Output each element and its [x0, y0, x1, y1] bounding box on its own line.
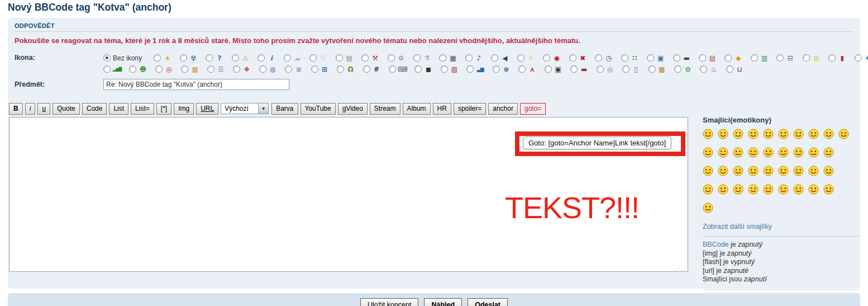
- radio-button[interactable]: [233, 65, 240, 73]
- radio-button[interactable]: [673, 54, 680, 62]
- radio-button[interactable]: [181, 65, 188, 73]
- bbcode-button[interactable]: Stream: [370, 103, 400, 115]
- submit-button[interactable]: Uložit koncept: [360, 298, 419, 306]
- topic-icon-option[interactable]: ⋏: [518, 65, 537, 74]
- smiley[interactable]: [703, 129, 713, 139]
- radio-button[interactable]: [518, 65, 526, 73]
- smiley[interactable]: [763, 166, 774, 176]
- smiley[interactable]: [703, 203, 713, 213]
- topic-icon-option[interactable]: ◎: [155, 65, 174, 74]
- topic-icon-option[interactable]: ▃▆: [466, 65, 485, 74]
- topic-icon-option[interactable]: ⚠: [232, 54, 250, 63]
- radio-button[interactable]: [232, 54, 239, 62]
- smiley[interactable]: [703, 184, 713, 195]
- topic-icon-option[interactable]: i: [257, 54, 276, 63]
- radio-button[interactable]: [336, 54, 343, 62]
- goto-bbcode-button[interactable]: goto=: [520, 103, 546, 115]
- submit-button[interactable]: Odeslat: [468, 298, 508, 306]
- topic-icon-option[interactable]: ♨: [700, 65, 718, 74]
- radio-button[interactable]: [311, 65, 318, 73]
- smiley[interactable]: [763, 129, 774, 139]
- subject-input[interactable]: [103, 79, 289, 90]
- radio-button[interactable]: [570, 65, 578, 73]
- topic-icon-option[interactable]: ★: [154, 54, 172, 63]
- bbcode-button[interactable]: anchor: [488, 103, 518, 115]
- topic-icon-option[interactable]: ☻: [129, 65, 147, 74]
- resize-grip-icon[interactable]: ⋰⋰: [675, 265, 687, 271]
- topic-icon-option[interactable]: ⊟: [776, 54, 795, 63]
- topic-icon-option[interactable]: ⌨: [389, 65, 407, 74]
- bbcode-button[interactable]: [*]: [156, 103, 171, 115]
- topic-icon-option[interactable]: Ω: [337, 65, 355, 74]
- topic-icon-option[interactable]: ⊔: [726, 65, 745, 74]
- topic-icon-option[interactable]: ▂▅▇: [103, 65, 122, 74]
- radio-button[interactable]: [597, 65, 604, 73]
- radio-button[interactable]: [207, 65, 214, 73]
- radio-button[interactable]: [363, 65, 370, 73]
- smiley[interactable]: [823, 166, 834, 176]
- topic-icon-option[interactable]: ▣: [647, 54, 665, 63]
- bbcode-button[interactable]: B: [9, 103, 23, 115]
- topic-icon-option[interactable]: ⚡: [517, 54, 536, 63]
- smiley[interactable]: [823, 129, 834, 139]
- radio-button[interactable]: [466, 65, 474, 73]
- radio-button[interactable]: [155, 65, 163, 73]
- radio-button[interactable]: [206, 54, 213, 62]
- topic-icon-option[interactable]: ∷: [621, 54, 640, 63]
- radio-button[interactable]: [439, 54, 446, 62]
- topic-icon-option[interactable]: #: [363, 65, 381, 74]
- radio-button[interactable]: [154, 54, 161, 62]
- bbcode-button[interactable]: i: [25, 103, 36, 115]
- smiley[interactable]: [778, 166, 789, 176]
- topic-icon-option[interactable]: ▤: [336, 54, 354, 63]
- radio-button[interactable]: [648, 65, 656, 73]
- chevron-down-icon[interactable]: ▼: [258, 103, 268, 114]
- smiley[interactable]: [778, 147, 789, 158]
- topic-icon-option[interactable]: ❖: [855, 54, 868, 63]
- radio-button[interactable]: [726, 65, 733, 73]
- topic-icon-option[interactable]: ◀: [491, 54, 509, 63]
- smiley[interactable]: [718, 129, 728, 139]
- smiley[interactable]: [748, 184, 759, 195]
- topic-icon-option[interactable]: ◍: [803, 54, 821, 63]
- radio-button[interactable]: [309, 54, 317, 62]
- radio-button[interactable]: [517, 54, 524, 62]
- topic-icon-option[interactable]: ▤: [699, 54, 717, 63]
- bbcode-button[interactable]: Img: [174, 103, 194, 115]
- radio-button[interactable]: [828, 54, 836, 62]
- radio-button[interactable]: [103, 54, 111, 62]
- topic-icon-option[interactable]: ▦: [439, 54, 457, 63]
- font-select[interactable]: Výchozí▼: [221, 103, 269, 114]
- smiley[interactable]: [808, 166, 819, 176]
- submit-button[interactable]: Náhled: [424, 298, 462, 306]
- topic-icon-option[interactable]: ▬: [673, 54, 691, 63]
- bbcode-button[interactable]: Code: [82, 103, 107, 115]
- radio-button[interactable]: [441, 65, 448, 73]
- topic-icon-option[interactable]: ⊕: [493, 65, 511, 74]
- smiley[interactable]: [718, 184, 728, 195]
- radio-button[interactable]: [855, 54, 862, 62]
- topic-icon-option[interactable]: ⚙: [388, 54, 406, 63]
- radio-button[interactable]: [388, 54, 395, 62]
- smiley[interactable]: [718, 147, 728, 158]
- smiley[interactable]: [763, 184, 774, 195]
- radio-button[interactable]: [389, 65, 396, 73]
- smiley[interactable]: [793, 147, 804, 158]
- topic-icon-option[interactable]: ◍: [259, 65, 278, 74]
- bbcode-button[interactable]: gVideo: [338, 103, 368, 115]
- smiley[interactable]: [733, 147, 743, 158]
- smiley[interactable]: [778, 129, 789, 139]
- smiley[interactable]: [748, 166, 759, 176]
- topic-icon-option[interactable]: ♡: [309, 54, 328, 63]
- radio-button[interactable]: [361, 54, 369, 62]
- smiley[interactable]: [793, 129, 804, 139]
- topic-icon-option[interactable]: ☢: [180, 54, 198, 63]
- smiley[interactable]: [763, 147, 774, 158]
- smiley[interactable]: [808, 147, 819, 158]
- smiley[interactable]: [793, 184, 804, 195]
- topic-icon-option[interactable]: ?: [206, 54, 224, 63]
- radio-button[interactable]: [103, 65, 111, 73]
- radio-button[interactable]: [259, 65, 266, 73]
- topic-icon-option[interactable]: ♪: [465, 54, 484, 63]
- radio-button[interactable]: [751, 54, 758, 62]
